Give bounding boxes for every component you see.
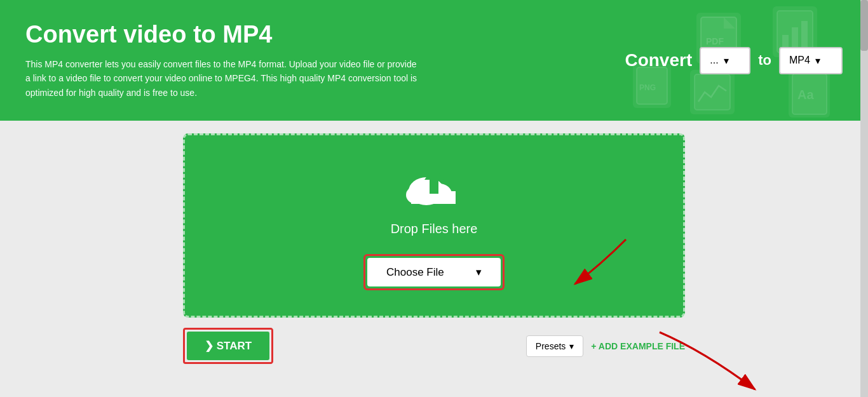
page-title: Convert video to MP4 [25,21,419,48]
source-format-chevron: ▾ [724,55,729,67]
add-example-label: + ADD EXAMPLE FILE [591,341,685,351]
add-example-button[interactable]: + ADD EXAMPLE FILE [591,341,685,351]
convert-label: Convert [625,50,692,71]
svg-text:PDF: PDF [706,36,724,46]
svg-rect-8 [801,21,808,48]
drop-zone[interactable]: Drop Files here Choose File ▾ [183,133,685,318]
presets-chevron: ▾ [569,341,574,351]
banner-description: This MP4 converter lets you easily conve… [25,57,419,100]
bottom-bar: ❯ START Presets ▾ + ADD EXAMPLE FILE [183,328,685,364]
trend-bg-icon [690,70,735,114]
svg-text:Aa: Aa [797,88,814,102]
drop-zone-wrapper: Drop Files here Choose File ▾ [183,133,685,364]
choose-file-button[interactable]: Choose File ▾ [367,258,501,286]
source-format-value: ... [710,55,718,66]
cloud-upload-icon [402,161,466,212]
start-button[interactable]: ❯ START [187,332,269,360]
target-format-chevron: ▾ [815,55,820,67]
main-area: Drop Files here Choose File ▾ [0,121,868,397]
red-arrow-annotation [550,233,632,297]
presets-button[interactable]: Presets ▾ [526,335,583,357]
presets-label: Presets [536,341,566,351]
svg-rect-6 [782,35,789,48]
drop-text: Drop Files here [391,222,478,236]
banner-left: Convert video to MP4 This MP4 converter … [25,21,419,100]
svg-rect-7 [792,27,798,48]
svg-text:PNG: PNG [639,83,656,92]
text-bg-icon: Aa [789,70,830,118]
start-button-wrapper: ❯ START [183,328,273,364]
target-format-select[interactable]: MP4 ▾ [779,47,843,74]
source-format-select[interactable]: ... ▾ [700,47,750,74]
target-format-value: MP4 [789,55,810,66]
choose-file-label: Choose File [386,266,444,279]
green-banner: Convert video to MP4 This MP4 converter … [0,0,868,121]
choose-file-wrapper: Choose File ▾ [363,254,505,290]
svg-rect-11 [695,74,730,110]
to-label: to [758,52,771,69]
bottom-right-controls: Presets ▾ + ADD EXAMPLE FILE [526,335,685,357]
choose-file-chevron: ▾ [476,266,482,279]
convert-controls: Convert ... ▾ to MP4 ▾ [625,47,843,74]
start-label: ❯ START [205,339,252,353]
